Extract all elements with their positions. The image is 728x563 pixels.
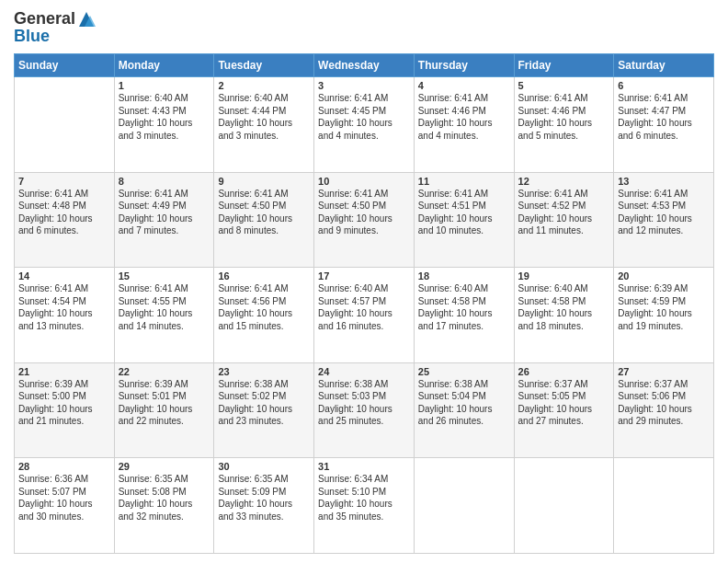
day-info: Sunrise: 6:40 AM Sunset: 4:44 PM Dayligh… bbox=[218, 92, 310, 142]
page: General Blue SundayMondayTuesdayWednesda… bbox=[0, 0, 728, 563]
calendar-cell: 20Sunrise: 6:39 AM Sunset: 4:59 PM Dayli… bbox=[614, 268, 714, 363]
calendar-cell: 30Sunrise: 6:35 AM Sunset: 5:09 PM Dayli… bbox=[214, 458, 314, 554]
day-info: Sunrise: 6:41 AM Sunset: 4:48 PM Dayligh… bbox=[18, 188, 110, 237]
day-number: 27 bbox=[618, 366, 710, 377]
day-number: 10 bbox=[318, 176, 410, 187]
calendar-cell: 25Sunrise: 6:38 AM Sunset: 5:04 PM Dayli… bbox=[414, 362, 514, 458]
calendar-cell: 31Sunrise: 6:34 AM Sunset: 5:10 PM Dayli… bbox=[314, 458, 415, 554]
day-info: Sunrise: 6:36 AM Sunset: 5:07 PM Dayligh… bbox=[18, 473, 110, 523]
day-info: Sunrise: 6:39 AM Sunset: 5:01 PM Dayligh… bbox=[119, 378, 210, 428]
day-number: 24 bbox=[318, 366, 410, 377]
calendar-body: 1Sunrise: 6:40 AM Sunset: 4:43 PM Daylig… bbox=[15, 77, 714, 554]
calendar-cell: 5Sunrise: 6:41 AM Sunset: 4:46 PM Daylig… bbox=[514, 77, 614, 173]
logo-blue-text: Blue bbox=[14, 27, 96, 46]
day-header-tuesday: Tuesday bbox=[214, 54, 314, 77]
day-number: 3 bbox=[318, 80, 410, 91]
day-number: 31 bbox=[318, 461, 410, 472]
day-header-friday: Friday bbox=[514, 54, 614, 77]
day-info: Sunrise: 6:38 AM Sunset: 5:03 PM Dayligh… bbox=[318, 378, 410, 428]
day-header-wednesday: Wednesday bbox=[314, 54, 415, 77]
day-info: Sunrise: 6:40 AM Sunset: 4:58 PM Dayligh… bbox=[518, 282, 610, 332]
day-info: Sunrise: 6:41 AM Sunset: 4:55 PM Dayligh… bbox=[119, 282, 210, 332]
calendar-header-row: SundayMondayTuesdayWednesdayThursdayFrid… bbox=[15, 54, 714, 77]
header: General Blue bbox=[14, 9, 714, 46]
day-number: 1 bbox=[119, 80, 210, 91]
calendar-cell bbox=[15, 77, 115, 173]
day-header-sunday: Sunday bbox=[15, 54, 115, 77]
calendar-cell: 15Sunrise: 6:41 AM Sunset: 4:55 PM Dayli… bbox=[114, 268, 214, 363]
day-info: Sunrise: 6:40 AM Sunset: 4:43 PM Dayligh… bbox=[119, 92, 210, 142]
day-number: 17 bbox=[318, 270, 410, 282]
day-number: 19 bbox=[518, 270, 610, 282]
day-number: 26 bbox=[518, 366, 610, 377]
calendar-cell: 19Sunrise: 6:40 AM Sunset: 4:58 PM Dayli… bbox=[514, 268, 614, 363]
day-info: Sunrise: 6:41 AM Sunset: 4:54 PM Dayligh… bbox=[18, 282, 110, 332]
calendar-cell: 11Sunrise: 6:41 AM Sunset: 4:51 PM Dayli… bbox=[414, 172, 514, 268]
day-info: Sunrise: 6:41 AM Sunset: 4:46 PM Dayligh… bbox=[518, 92, 610, 142]
day-header-thursday: Thursday bbox=[414, 54, 514, 77]
day-info: Sunrise: 6:39 AM Sunset: 4:59 PM Dayligh… bbox=[618, 282, 710, 332]
calendar-cell: 6Sunrise: 6:41 AM Sunset: 4:47 PM Daylig… bbox=[614, 77, 714, 173]
calendar-cell: 26Sunrise: 6:37 AM Sunset: 5:05 PM Dayli… bbox=[514, 362, 614, 458]
day-number: 22 bbox=[119, 366, 210, 377]
calendar-cell: 12Sunrise: 6:41 AM Sunset: 4:52 PM Dayli… bbox=[514, 172, 614, 268]
day-info: Sunrise: 6:35 AM Sunset: 5:08 PM Dayligh… bbox=[119, 473, 210, 523]
calendar-cell bbox=[514, 458, 614, 554]
day-number: 8 bbox=[119, 176, 210, 187]
day-number: 23 bbox=[218, 366, 310, 377]
calendar-cell bbox=[414, 458, 514, 554]
calendar-cell: 4Sunrise: 6:41 AM Sunset: 4:46 PM Daylig… bbox=[414, 77, 514, 173]
logo: General Blue bbox=[14, 9, 96, 46]
day-number: 16 bbox=[218, 270, 310, 282]
day-info: Sunrise: 6:37 AM Sunset: 5:06 PM Dayligh… bbox=[618, 378, 710, 428]
day-info: Sunrise: 6:40 AM Sunset: 4:57 PM Dayligh… bbox=[318, 282, 410, 332]
day-info: Sunrise: 6:41 AM Sunset: 4:46 PM Dayligh… bbox=[418, 92, 510, 142]
day-header-saturday: Saturday bbox=[614, 54, 714, 77]
calendar-cell: 27Sunrise: 6:37 AM Sunset: 5:06 PM Dayli… bbox=[614, 362, 714, 458]
week-row-2: 7Sunrise: 6:41 AM Sunset: 4:48 PM Daylig… bbox=[15, 172, 714, 268]
day-info: Sunrise: 6:38 AM Sunset: 5:02 PM Dayligh… bbox=[218, 378, 310, 428]
day-number: 15 bbox=[119, 270, 210, 282]
day-info: Sunrise: 6:41 AM Sunset: 4:53 PM Dayligh… bbox=[618, 188, 710, 237]
calendar-cell: 18Sunrise: 6:40 AM Sunset: 4:58 PM Dayli… bbox=[414, 268, 514, 363]
day-number: 9 bbox=[218, 176, 310, 187]
calendar-cell: 29Sunrise: 6:35 AM Sunset: 5:08 PM Dayli… bbox=[114, 458, 214, 554]
calendar-cell: 16Sunrise: 6:41 AM Sunset: 4:56 PM Dayli… bbox=[214, 268, 314, 363]
calendar-cell: 17Sunrise: 6:40 AM Sunset: 4:57 PM Dayli… bbox=[314, 268, 415, 363]
day-number: 30 bbox=[218, 461, 310, 472]
day-info: Sunrise: 6:41 AM Sunset: 4:45 PM Dayligh… bbox=[318, 92, 410, 142]
calendar-cell: 8Sunrise: 6:41 AM Sunset: 4:49 PM Daylig… bbox=[114, 172, 214, 268]
calendar-cell: 23Sunrise: 6:38 AM Sunset: 5:02 PM Dayli… bbox=[214, 362, 314, 458]
day-info: Sunrise: 6:38 AM Sunset: 5:04 PM Dayligh… bbox=[418, 378, 510, 428]
day-number: 14 bbox=[18, 270, 110, 282]
day-info: Sunrise: 6:41 AM Sunset: 4:49 PM Dayligh… bbox=[119, 188, 210, 237]
week-row-1: 1Sunrise: 6:40 AM Sunset: 4:43 PM Daylig… bbox=[15, 77, 714, 173]
calendar-cell: 10Sunrise: 6:41 AM Sunset: 4:50 PM Dayli… bbox=[314, 172, 415, 268]
day-number: 7 bbox=[18, 176, 110, 187]
day-header-monday: Monday bbox=[114, 54, 214, 77]
calendar-cell: 7Sunrise: 6:41 AM Sunset: 4:48 PM Daylig… bbox=[15, 172, 115, 268]
day-number: 20 bbox=[618, 270, 710, 282]
day-number: 4 bbox=[418, 80, 510, 91]
logo-general-text: General bbox=[14, 9, 75, 29]
day-info: Sunrise: 6:41 AM Sunset: 4:50 PM Dayligh… bbox=[218, 188, 310, 237]
calendar-table: SundayMondayTuesdayWednesdayThursdayFrid… bbox=[14, 53, 714, 554]
week-row-4: 21Sunrise: 6:39 AM Sunset: 5:00 PM Dayli… bbox=[15, 362, 714, 458]
calendar-cell: 28Sunrise: 6:36 AM Sunset: 5:07 PM Dayli… bbox=[15, 458, 115, 554]
logo-icon bbox=[77, 10, 96, 29]
day-number: 6 bbox=[618, 80, 710, 91]
day-info: Sunrise: 6:40 AM Sunset: 4:58 PM Dayligh… bbox=[418, 282, 510, 332]
calendar-cell: 22Sunrise: 6:39 AM Sunset: 5:01 PM Dayli… bbox=[114, 362, 214, 458]
day-info: Sunrise: 6:41 AM Sunset: 4:52 PM Dayligh… bbox=[518, 188, 610, 237]
day-info: Sunrise: 6:41 AM Sunset: 4:56 PM Dayligh… bbox=[218, 282, 310, 332]
day-info: Sunrise: 6:39 AM Sunset: 5:00 PM Dayligh… bbox=[18, 378, 110, 428]
week-row-5: 28Sunrise: 6:36 AM Sunset: 5:07 PM Dayli… bbox=[15, 458, 714, 554]
week-row-3: 14Sunrise: 6:41 AM Sunset: 4:54 PM Dayli… bbox=[15, 268, 714, 363]
calendar-cell: 14Sunrise: 6:41 AM Sunset: 4:54 PM Dayli… bbox=[15, 268, 115, 363]
day-info: Sunrise: 6:35 AM Sunset: 5:09 PM Dayligh… bbox=[218, 473, 310, 523]
day-info: Sunrise: 6:34 AM Sunset: 5:10 PM Dayligh… bbox=[318, 473, 410, 523]
calendar-cell: 21Sunrise: 6:39 AM Sunset: 5:00 PM Dayli… bbox=[15, 362, 115, 458]
day-info: Sunrise: 6:41 AM Sunset: 4:51 PM Dayligh… bbox=[418, 188, 510, 237]
day-number: 2 bbox=[218, 80, 310, 91]
day-info: Sunrise: 6:41 AM Sunset: 4:47 PM Dayligh… bbox=[618, 92, 710, 142]
